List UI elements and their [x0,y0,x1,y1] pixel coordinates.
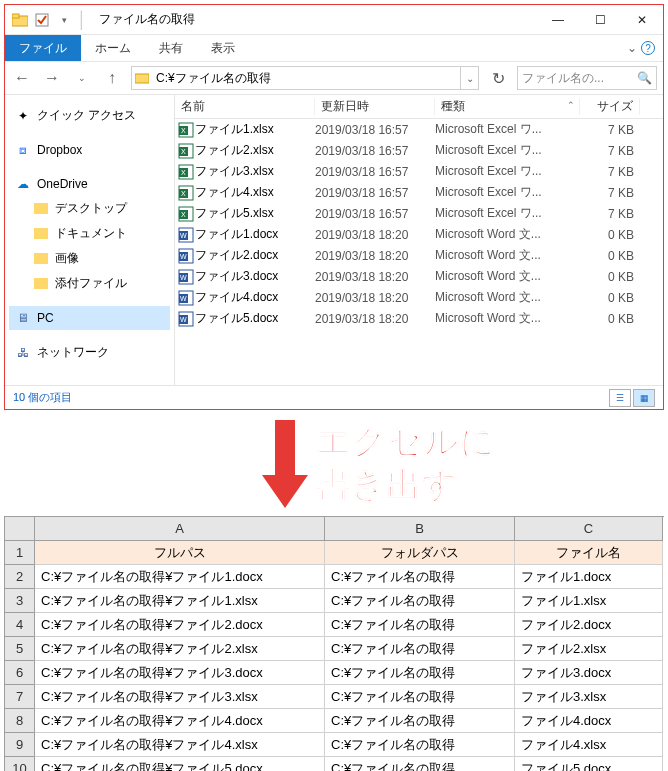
nav-pictures[interactable]: 画像 [9,246,170,271]
cell[interactable]: C:¥ファイル名の取得¥ファイル4.xlsx [35,733,325,757]
col-header-C[interactable]: C [515,517,663,541]
svg-text:W: W [180,232,187,239]
col-header-type[interactable]: 種類 [435,98,580,115]
row-header[interactable]: 3 [5,589,35,613]
header-cell[interactable]: ファイル名 [515,541,663,565]
cell[interactable]: C:¥ファイル名の取得¥ファイル1.docx [35,565,325,589]
col-header-B[interactable]: B [325,517,515,541]
cell[interactable]: ファイル2.xlsx [515,637,663,661]
file-row[interactable]: Wファイル1.docx2019/03/18 18:20Microsoft Wor… [175,224,663,245]
row-header[interactable]: 10 [5,757,35,771]
search-box[interactable]: ファイル名の... 🔍 [517,66,657,90]
cell[interactable]: C:¥ファイル名の取得¥ファイル2.xlsx [35,637,325,661]
col-header-A[interactable]: A [35,517,325,541]
file-type: Microsoft Excel ワ... [435,121,580,138]
file-name: ファイル4.xlsx [195,184,315,201]
cell[interactable]: ファイル1.docx [515,565,663,589]
col-header-size[interactable]: サイズ [580,98,640,115]
file-size: 7 KB [580,207,640,221]
cell[interactable]: C:¥ファイル名の取得 [325,661,515,685]
tab-share[interactable]: 共有 [145,35,197,61]
checkbox-icon[interactable] [33,11,51,29]
cell[interactable]: C:¥ファイル名の取得 [325,685,515,709]
file-row[interactable]: Xファイル1.xlsx2019/03/18 16:57Microsoft Exc… [175,119,663,140]
row-header[interactable]: 7 [5,685,35,709]
tab-view[interactable]: 表示 [197,35,249,61]
cell[interactable]: C:¥ファイル名の取得¥ファイル5.docx [35,757,325,771]
cell[interactable]: C:¥ファイル名の取得¥ファイル2.docx [35,613,325,637]
minimize-button[interactable]: ― [537,6,579,34]
cell[interactable]: C:¥ファイル名の取得 [325,613,515,637]
file-type: Microsoft Word 文... [435,268,580,285]
nav-network[interactable]: 🖧ネットワーク [9,340,170,365]
nav-quick-access[interactable]: ✦クイック アクセス [9,103,170,128]
cell[interactable]: C:¥ファイル名の取得¥ファイル3.xlsx [35,685,325,709]
file-row[interactable]: Xファイル2.xlsx2019/03/18 16:57Microsoft Exc… [175,140,663,161]
nav-pc[interactable]: 🖥PC [9,306,170,330]
select-all-corner[interactable] [5,517,35,541]
row-header[interactable]: 6 [5,661,35,685]
file-row[interactable]: Wファイル2.docx2019/03/18 18:20Microsoft Wor… [175,245,663,266]
row-header[interactable]: 5 [5,637,35,661]
row-header[interactable]: 4 [5,613,35,637]
cell[interactable]: C:¥ファイル名の取得 [325,589,515,613]
file-row[interactable]: Wファイル4.docx2019/03/18 18:20Microsoft Wor… [175,287,663,308]
row-header[interactable]: 8 [5,709,35,733]
file-row[interactable]: Xファイル4.xlsx2019/03/18 16:57Microsoft Exc… [175,182,663,203]
view-details-button[interactable]: ☰ [609,389,631,407]
cell[interactable]: C:¥ファイル名の取得 [325,709,515,733]
cell[interactable]: C:¥ファイル名の取得 [325,757,515,771]
view-icons-button[interactable]: ▦ [633,389,655,407]
cell[interactable]: C:¥ファイル名の取得¥ファイル4.docx [35,709,325,733]
tab-file[interactable]: ファイル [5,35,81,61]
cell[interactable]: C:¥ファイル名の取得 [325,733,515,757]
cell[interactable]: ファイル5.docx [515,757,663,771]
header-cell[interactable]: フルパス [35,541,325,565]
cell[interactable]: ファイル4.docx [515,709,663,733]
cell[interactable]: ファイル1.xlsx [515,589,663,613]
nav-attach[interactable]: 添付ファイル [9,271,170,296]
nav-up-button[interactable]: ↑ [101,67,123,89]
cell[interactable]: ファイル3.docx [515,661,663,685]
nav-desktop[interactable]: デスクトップ [9,196,170,221]
refresh-button[interactable]: ↻ [487,69,509,88]
cell[interactable]: C:¥ファイル名の取得¥ファイル3.docx [35,661,325,685]
header-cell[interactable]: フォルダパス [325,541,515,565]
address-dropdown[interactable]: ⌄ [460,67,478,89]
cell[interactable]: C:¥ファイル名の取得¥ファイル1.xlsx [35,589,325,613]
address-input[interactable] [152,67,460,89]
file-size: 7 KB [580,123,640,137]
nav-dropbox[interactable]: ⧈Dropbox [9,138,170,162]
help-icon[interactable]: ? [641,41,655,55]
nav-documents[interactable]: ドキュメント [9,221,170,246]
file-name: ファイル1.docx [195,226,315,243]
file-row[interactable]: Wファイル5.docx2019/03/18 18:20Microsoft Wor… [175,308,663,329]
row-header[interactable]: 9 [5,733,35,757]
close-button[interactable]: ✕ [621,6,663,34]
address-bar[interactable]: ⌄ [131,66,479,90]
file-row[interactable]: Xファイル5.xlsx2019/03/18 16:57Microsoft Exc… [175,203,663,224]
cell[interactable]: ファイル3.xlsx [515,685,663,709]
nav-back-button[interactable]: ← [11,67,33,89]
ribbon-expand[interactable]: ⌄? [619,35,663,61]
row-header[interactable]: 1 [5,541,35,565]
cell[interactable]: ファイル4.xlsx [515,733,663,757]
folder-icon [33,276,49,292]
cell[interactable]: ファイル2.docx [515,613,663,637]
col-header-date[interactable]: 更新日時 [315,98,435,115]
nav-history-button[interactable]: ⌄ [71,67,93,89]
row-header[interactable]: 2 [5,565,35,589]
file-row[interactable]: Wファイル3.docx2019/03/18 18:20Microsoft Wor… [175,266,663,287]
svg-rect-7 [34,278,48,289]
nav-onedrive[interactable]: ☁OneDrive [9,172,170,196]
cell[interactable]: C:¥ファイル名の取得 [325,565,515,589]
nav-forward-button[interactable]: → [41,67,63,89]
svg-text:X: X [181,190,186,197]
file-icon: W [177,227,195,243]
file-row[interactable]: Xファイル3.xlsx2019/03/18 16:57Microsoft Exc… [175,161,663,182]
cell[interactable]: C:¥ファイル名の取得 [325,637,515,661]
qat-overflow-icon[interactable]: ▾ [55,11,73,29]
maximize-button[interactable]: ☐ [579,6,621,34]
tab-home[interactable]: ホーム [81,35,145,61]
col-header-name[interactable]: 名前 [175,98,315,115]
